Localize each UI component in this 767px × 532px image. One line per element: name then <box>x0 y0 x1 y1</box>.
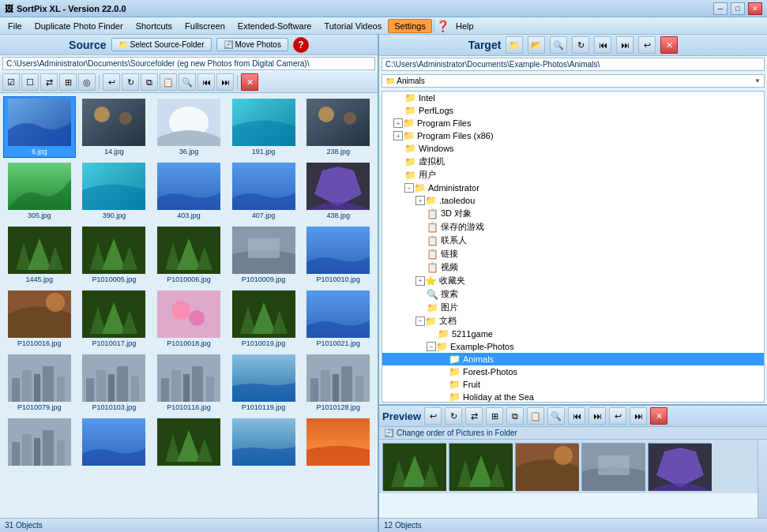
target-tb2[interactable]: 📂 <box>528 36 545 54</box>
tree-item[interactable]: 🔍搜索 <box>382 287 764 301</box>
photo-item[interactable]: P1010019.jpg <box>227 288 300 350</box>
select-source-button[interactable]: 📁 Select Source-Folder <box>111 38 212 51</box>
target-tb5[interactable]: ⏭ <box>616 36 634 54</box>
pv-tb8[interactable]: ⏭ <box>588 407 606 425</box>
tb-copy[interactable]: ⧉ <box>141 73 158 91</box>
tree-item[interactable]: 📋视频 <box>382 260 764 274</box>
photo-item[interactable]: P1010116.jpg <box>152 352 225 414</box>
photo-item[interactable]: 6.jpg <box>3 96 76 158</box>
tree-item[interactable]: 📋保存的游戏 <box>382 220 764 234</box>
tree-item[interactable]: +📁Program Files (x86) <box>382 129 764 142</box>
photo-item[interactable]: 1445.jpg <box>3 224 76 286</box>
target-tb3[interactable]: ↻ <box>572 36 589 54</box>
pv-tb2[interactable]: ↻ <box>445 407 462 425</box>
photo-item[interactable]: 390.jpg <box>78 160 151 222</box>
tree-expander[interactable]: − <box>427 342 436 351</box>
photo-item[interactable]: P1010021.jpg <box>302 288 374 350</box>
tree-item[interactable]: 📁用户 <box>382 168 764 182</box>
source-help-button[interactable]: ? <box>293 37 309 53</box>
menu-settings[interactable]: Settings <box>388 19 432 33</box>
tree-expander[interactable] <box>393 143 404 154</box>
tree-expander[interactable] <box>415 208 427 219</box>
photo-item[interactable]: P1010009.jpg <box>227 224 300 286</box>
tree-expander[interactable] <box>438 354 449 365</box>
target-combo[interactable]: 📁 Animals ▼ <box>382 74 765 88</box>
tb-paste[interactable]: 📋 <box>160 73 177 91</box>
maximize-button[interactable]: □ <box>731 2 745 15</box>
tree-item[interactable]: −📁Example-Photos <box>382 340 764 353</box>
target-close[interactable]: ✕ <box>660 36 678 54</box>
tree-expander[interactable] <box>393 170 404 181</box>
target-zoom[interactable]: 🔍 <box>550 36 567 54</box>
pv-tb7[interactable]: ⏮ <box>568 407 585 425</box>
tree-expander[interactable] <box>415 302 427 313</box>
photo-item[interactable] <box>302 416 374 470</box>
target-tb1[interactable]: 📁 <box>506 36 523 54</box>
photo-item[interactable]: P1010005.jpg <box>78 224 151 286</box>
pv-zoom[interactable]: 🔍 <box>547 407 565 425</box>
preview-thumb-item[interactable] <box>515 443 578 490</box>
tree-item[interactable]: +📁.taoledou <box>382 194 764 207</box>
tree-expander[interactable]: + <box>393 118 403 128</box>
pv-tb3[interactable]: ⇄ <box>465 407 483 425</box>
tree-expander[interactable] <box>415 249 427 260</box>
tree-item[interactable]: 📁图片 <box>382 301 764 314</box>
tree-expander[interactable] <box>415 262 427 273</box>
tree-expander[interactable] <box>415 222 427 233</box>
menu-shortcuts[interactable]: Shortcuts <box>130 19 179 33</box>
tree-item[interactable]: 📁PerfLogs <box>382 104 764 117</box>
pv-close[interactable]: ✕ <box>650 407 667 425</box>
photo-item[interactable]: P1010016.jpg <box>3 288 76 350</box>
tree-expander[interactable]: + <box>415 196 425 205</box>
tree-expander[interactable] <box>438 366 449 377</box>
pv-tb5[interactable]: ⧉ <box>506 407 524 425</box>
tree-expander[interactable] <box>415 235 427 246</box>
tree-item[interactable]: +⭐收藏夹 <box>382 274 764 287</box>
photo-item[interactable]: P1010006.jpg <box>152 224 225 286</box>
photo-item[interactable] <box>152 416 225 470</box>
target-tb4[interactable]: ⏮ <box>594 36 611 54</box>
target-tree[interactable]: 📁Intel📁PerfLogs+📁Program Files+📁Program … <box>382 91 765 403</box>
tb-delete[interactable]: ✕ <box>241 73 258 91</box>
tree-item[interactable]: 📁Forest-Photos <box>382 365 764 378</box>
tb-back[interactable]: ↩ <box>103 73 120 91</box>
tree-expander[interactable]: − <box>415 317 425 326</box>
close-button[interactable]: ✕ <box>748 2 762 15</box>
tb-select-all[interactable]: ☑ <box>2 73 20 91</box>
tree-expander[interactable] <box>415 289 427 300</box>
tb-grid[interactable]: ⊞ <box>59 73 77 91</box>
preview-thumb-item[interactable] <box>581 443 645 490</box>
menu-duplicate[interactable]: Duplicate Photo Finder <box>28 19 130 33</box>
tree-item[interactable]: 📁Animals <box>382 353 764 365</box>
tb-deselect[interactable]: ☐ <box>21 73 39 91</box>
photo-item[interactable]: 238.jpg <box>302 96 374 158</box>
photo-item[interactable] <box>227 416 300 470</box>
photo-item[interactable]: P1010017.jpg <box>78 288 151 350</box>
pv-tb9[interactable]: ↩ <box>609 407 626 425</box>
photo-item[interactable] <box>3 416 76 470</box>
photo-item[interactable]: 407.jpg <box>227 160 300 222</box>
photo-item[interactable] <box>78 416 151 470</box>
photo-item[interactable]: 36.jpg <box>152 96 225 158</box>
tree-item[interactable]: 📁Windows <box>382 142 764 155</box>
menu-tutorial[interactable]: Tutorial Videos <box>318 19 388 33</box>
photo-item[interactable]: 305.jpg <box>3 160 76 222</box>
photo-item[interactable]: P1010119.jpg <box>227 352 300 414</box>
tree-expander[interactable] <box>438 392 449 403</box>
photo-item[interactable]: P1010018.jpg <box>152 288 225 350</box>
preview-thumb-item[interactable] <box>648 443 711 490</box>
tree-item[interactable]: 📋链接 <box>382 247 764 260</box>
menu-file[interactable]: File <box>2 19 28 33</box>
tree-expander[interactable] <box>393 156 404 167</box>
tb-zoom-out[interactable]: 🔍 <box>179 73 196 91</box>
tree-item[interactable]: −📁Administrator <box>382 182 764 194</box>
tb-prev[interactable]: ⏮ <box>197 73 215 91</box>
photo-item[interactable]: P1010103.jpg <box>78 352 151 414</box>
move-photos-button[interactable]: 🔄 Move Photos <box>216 38 288 51</box>
preview-thumb-item[interactable] <box>382 443 446 490</box>
pv-tb1[interactable]: ↩ <box>424 407 442 425</box>
photo-item[interactable]: P1010128.jpg <box>302 352 374 414</box>
tree-item[interactable]: 📁Intel <box>382 92 764 104</box>
pv-grid[interactable]: ⊞ <box>486 407 503 425</box>
tree-expander[interactable] <box>438 379 449 390</box>
